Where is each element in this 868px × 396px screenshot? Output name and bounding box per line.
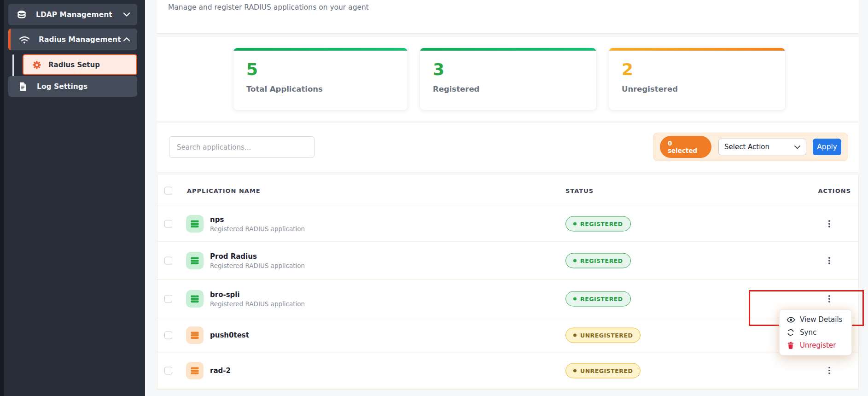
app-name: push0test	[210, 331, 249, 339]
stat-accent-bar	[233, 48, 408, 51]
app-name: nps	[210, 215, 305, 224]
app-subtitle: Registered RADIUS application	[210, 225, 305, 233]
app-name: rad-2	[210, 367, 231, 375]
sidebar: LDAP Management Radius Management	[4, 0, 145, 396]
table-header-row: APPLICATION NAME STATUS ACTIONS	[157, 175, 858, 206]
sidebar-item-label: LDAP Management	[36, 11, 123, 19]
status-badge: UNREGISTERED	[565, 363, 641, 378]
column-header-application-name: APPLICATION NAME	[187, 187, 261, 194]
search-input[interactable]	[169, 136, 315, 158]
server-icon	[186, 362, 204, 379]
stat-accent-bar	[609, 48, 785, 51]
table-row[interactable]: nps Registered RADIUS application REGIST…	[157, 206, 858, 242]
action-select-value: Select Action	[724, 143, 769, 151]
status-badge: REGISTERED	[565, 291, 631, 307]
sidebar-item-label: Radius Management	[39, 35, 123, 44]
column-header-actions: ACTIONS	[818, 187, 851, 194]
status-dot-icon	[573, 297, 577, 301]
sidebar-item-label: Log Settings	[37, 82, 137, 91]
submenu-tree-line	[12, 54, 14, 78]
selected-count-badge: 0 selected	[660, 136, 711, 158]
status-badge: UNREGISTERED	[565, 327, 641, 343]
row-checkbox[interactable]	[164, 367, 172, 374]
status-dot-icon	[573, 259, 577, 262]
stat-label: Registered	[433, 85, 479, 93]
status-badge: REGISTERED	[565, 253, 631, 268]
status-dot-icon	[573, 369, 577, 372]
stats-section: 5 Total Applications 3 Registered 2 Unre…	[157, 37, 859, 121]
sidebar-item-radius-management[interactable]: Radius Management	[8, 29, 137, 50]
stat-card-registered: 3 Registered	[419, 47, 597, 111]
row-actions-kebab[interactable]	[819, 216, 839, 232]
stat-accent-bar	[420, 48, 596, 51]
stat-value: 3	[433, 60, 444, 79]
status-dot-icon	[573, 222, 577, 226]
row-actions-kebab[interactable]	[819, 363, 839, 379]
sidebar-item-label: Radius Setup	[48, 61, 136, 69]
database-icon	[16, 10, 28, 20]
app-name: Prod Radius	[210, 252, 305, 261]
server-icon	[186, 326, 204, 344]
chevron-up-icon	[123, 37, 130, 41]
gear-icon	[31, 60, 43, 70]
refresh-icon	[786, 329, 795, 336]
table-row[interactable]: rad-2 UNREGISTERED	[157, 352, 858, 389]
window-edge-strip	[0, 0, 4, 396]
menu-item-label: View Details	[800, 315, 842, 324]
bulk-actions-bar: 0 selected Select Action Apply	[653, 133, 848, 161]
trash-icon	[786, 342, 795, 349]
action-select[interactable]: Select Action	[718, 139, 806, 155]
applications-table: APPLICATION NAME STATUS ACTIONS nps Regi…	[157, 175, 859, 390]
row-actions-menu: View Details Sync Unregister	[779, 309, 852, 355]
apply-button[interactable]: Apply	[813, 139, 841, 155]
row-actions-kebab[interactable]	[819, 253, 839, 268]
document-icon	[17, 82, 29, 91]
table-row[interactable]: Prod Radius Registered RADIUS applicatio…	[157, 242, 858, 280]
app-subtitle: Registered RADIUS application	[210, 262, 305, 269]
server-icon	[186, 290, 204, 308]
app-name: bro-spli	[210, 291, 305, 299]
sidebar-item-ldap-management[interactable]: LDAP Management	[8, 4, 137, 25]
eye-icon	[786, 317, 795, 323]
wifi-icon	[18, 35, 30, 44]
select-all-checkbox[interactable]	[164, 186, 172, 194]
server-icon	[186, 252, 204, 269]
row-checkbox[interactable]	[164, 295, 172, 303]
stat-label: Unregistered	[622, 85, 678, 93]
status-dot-icon	[573, 333, 577, 337]
chevron-down-icon	[123, 12, 130, 17]
menu-item-label: Sync	[800, 328, 816, 337]
server-icon	[186, 215, 204, 233]
sidebar-item-log-settings[interactable]: Log Settings	[8, 76, 137, 97]
stat-value: 5	[246, 60, 258, 79]
toolbar-section: 0 selected Select Action Apply	[157, 123, 859, 172]
menu-item-unregister[interactable]: Unregister	[780, 339, 851, 352]
chevron-down-icon	[794, 143, 800, 151]
sidebar-item-radius-setup[interactable]: Radius Setup	[23, 54, 137, 75]
stat-card-unregistered: 2 Unregistered	[608, 47, 786, 111]
page-header: RADIUS Applications Manage and register …	[157, 0, 859, 34]
row-checkbox[interactable]	[164, 257, 172, 265]
menu-item-sync[interactable]: Sync	[780, 326, 851, 339]
column-header-status: STATUS	[565, 187, 594, 194]
stat-label: Total Applications	[246, 85, 323, 93]
stat-value: 2	[622, 60, 633, 79]
page-subtitle: Manage and register RADIUS applications …	[168, 3, 369, 12]
status-badge: REGISTERED	[565, 216, 631, 232]
menu-item-view-details[interactable]: View Details	[780, 313, 851, 326]
menu-item-label: Unregister	[800, 341, 836, 349]
row-checkbox[interactable]	[164, 220, 172, 228]
row-checkbox[interactable]	[164, 331, 172, 339]
app-subtitle: Registered RADIUS application	[210, 300, 305, 308]
stat-card-total-applications: 5 Total Applications	[233, 47, 408, 111]
